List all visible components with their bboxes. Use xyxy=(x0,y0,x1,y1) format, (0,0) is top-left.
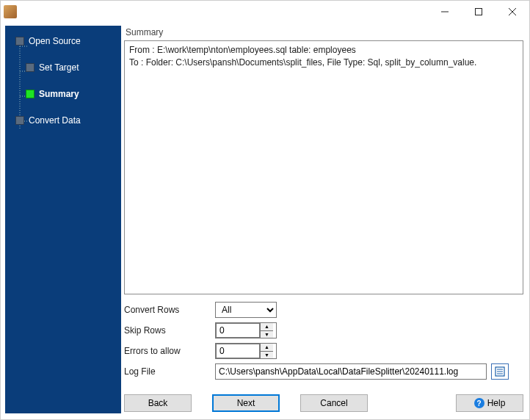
wizard-button-bar: Back Next Cancel ? Help xyxy=(124,384,523,413)
options-form: Convert Rows All Skip Rows ▲ xyxy=(124,294,523,384)
button-label: Back xyxy=(148,398,168,408)
sidebar-item-label: Set Target xyxy=(39,62,79,73)
sidebar-item-label: Convert Data xyxy=(29,115,81,126)
app-window: Open Source Set Target Summary Convert D… xyxy=(0,0,530,420)
minimize-button[interactable] xyxy=(428,1,462,23)
sidebar-item-label: Summary xyxy=(39,89,79,99)
convert-rows-label: Convert Rows xyxy=(124,305,215,315)
skip-rows-input[interactable] xyxy=(216,323,260,338)
step-box-icon xyxy=(15,37,24,46)
spin-up-icon[interactable]: ▲ xyxy=(261,344,273,352)
spin-down-icon[interactable]: ▼ xyxy=(261,331,273,338)
button-label: Help xyxy=(487,398,506,408)
close-button[interactable] xyxy=(495,1,529,23)
errors-allow-input[interactable] xyxy=(216,344,260,358)
wizard-sidebar: Open Source Set Target Summary Convert D… xyxy=(5,26,121,413)
help-button[interactable]: ? Help xyxy=(456,394,523,412)
next-button[interactable]: Next xyxy=(212,394,280,412)
errors-allow-label: Errors to allow xyxy=(124,346,215,356)
sidebar-item-convert-data[interactable]: Convert Data xyxy=(15,115,117,126)
step-box-icon xyxy=(26,63,35,72)
main-panel: Summary From : E:\work\temp\nton\employe… xyxy=(124,26,523,413)
section-heading: Summary xyxy=(124,26,523,40)
app-icon xyxy=(4,5,17,18)
maximize-button[interactable] xyxy=(462,1,495,23)
spin-down-icon[interactable]: ▼ xyxy=(261,352,273,359)
errors-allow-spinner[interactable]: ▲ ▼ xyxy=(215,343,277,359)
button-label: Next xyxy=(237,398,255,408)
convert-rows-select[interactable]: All xyxy=(215,302,277,318)
spin-up-icon[interactable]: ▲ xyxy=(261,323,273,331)
summary-textbox[interactable]: From : E:\work\temp\nton\employees.sql t… xyxy=(124,40,523,294)
window-controls xyxy=(428,1,529,23)
sidebar-item-label: Open Source xyxy=(29,36,81,46)
browse-icon xyxy=(495,366,505,377)
sidebar-item-open-source[interactable]: Open Source xyxy=(15,36,117,46)
titlebar xyxy=(1,1,529,23)
step-box-icon xyxy=(26,90,35,98)
back-button[interactable]: Back xyxy=(124,394,192,412)
cancel-button[interactable]: Cancel xyxy=(300,394,368,412)
button-label: Cancel xyxy=(320,398,347,408)
browse-log-button[interactable] xyxy=(491,363,509,380)
skip-rows-spinner[interactable]: ▲ ▼ xyxy=(215,322,277,338)
help-icon: ? xyxy=(474,398,484,408)
step-box-icon xyxy=(15,116,24,125)
sidebar-item-summary[interactable]: Summary xyxy=(26,89,117,99)
skip-rows-label: Skip Rows xyxy=(124,325,215,336)
log-file-label: Log File xyxy=(124,366,215,377)
log-file-input[interactable] xyxy=(215,363,487,380)
sidebar-item-set-target[interactable]: Set Target xyxy=(26,62,117,73)
svg-rect-1 xyxy=(476,9,482,15)
